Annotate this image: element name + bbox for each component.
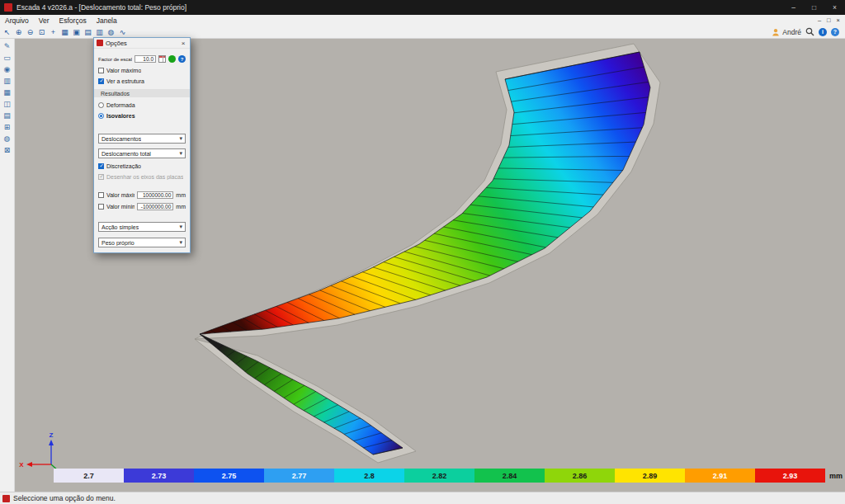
min-value-input[interactable]: -1000000.00: [137, 203, 173, 210]
copy-icon[interactable]: ▣: [71, 26, 82, 37]
render-icon[interactable]: ◍: [106, 26, 116, 37]
options-dialog: Opções × Factor de escala para os desloc…: [93, 37, 191, 253]
max-value-row: Valor máximo 1000000.00 mm: [98, 191, 186, 199]
dropdown-value: Peso próprio: [101, 240, 135, 246]
draw-icon[interactable]: ✎: [2, 40, 13, 51]
checkbox-show-structure[interactable]: Ver a estrutura: [98, 78, 186, 84]
color-scale-segment: 2.73: [124, 469, 194, 483]
menu-janela[interactable]: Janela: [92, 16, 122, 25]
color-scale-segment: 2.84: [474, 469, 545, 483]
user-chip[interactable]: André: [772, 28, 801, 36]
radio-isovalues[interactable]: Isovalores: [98, 112, 186, 119]
zoom-out-icon[interactable]: ⊖: [25, 26, 35, 37]
results-icon[interactable]: ◍: [2, 133, 13, 144]
layers-icon[interactable]: ▥: [94, 26, 105, 37]
color-scale-segment: 2.93: [755, 469, 825, 483]
dropdown-action-type[interactable]: Acção simples ▾: [98, 222, 186, 232]
dialog-app-icon: [97, 40, 103, 46]
close-button[interactable]: ×: [824, 0, 845, 15]
isovalue-surface-main: [200, 52, 650, 334]
grid-icon[interactable]: ▦: [2, 87, 13, 97]
scale-factor-row: Factor de escala para os deslocamentos 1…: [98, 55, 186, 63]
min-unit-label: mm: [176, 204, 186, 210]
color-scale-segment: 2.89: [615, 469, 685, 483]
checkbox-label: Ver a estrutura: [106, 78, 144, 84]
materials-icon[interactable]: ▤: [2, 110, 13, 120]
scale-factor-input[interactable]: 10.0: [135, 55, 156, 63]
checkbox-icon[interactable]: [98, 192, 104, 198]
radio-label: Deformada: [106, 102, 135, 108]
color-scale-segment: 2.82: [404, 469, 474, 483]
search-icon[interactable]: [805, 27, 814, 36]
mdi-close-button[interactable]: ×: [837, 16, 840, 24]
checkbox-checked-icon: [98, 78, 104, 84]
checkbox-label: Desenhar os eixos das placas: [106, 174, 183, 180]
checkbox-icon: [98, 68, 104, 73]
dialog-help-icon[interactable]: ?: [178, 55, 186, 63]
radio-label: Isovalores: [106, 113, 135, 119]
axis-z-label: Z: [50, 431, 54, 439]
left-toolbar: ✎▭◉▥▦◫▤⊞◍⊠: [0, 39, 15, 492]
section-icon[interactable]: ◫: [2, 98, 13, 109]
menu-esforços[interactable]: Esforços: [54, 16, 92, 25]
maximize-button[interactable]: □: [804, 0, 824, 15]
user-name: André: [782, 28, 801, 36]
max-unit-label: mm: [176, 192, 186, 198]
grid-icon[interactable]: ▦: [59, 26, 70, 37]
settings-icon[interactable]: ⊠: [2, 144, 13, 155]
checkbox-discretization[interactable]: Discretização: [98, 163, 186, 169]
min-value-row: Valor mínimo -1000000.00 mm: [98, 203, 186, 210]
apply-icon[interactable]: [168, 55, 176, 63]
dialog-title: Opções: [106, 40, 177, 47]
loads-icon[interactable]: ⊞: [2, 121, 13, 132]
dialog-body: Factor de escala para os deslocamentos 1…: [94, 49, 190, 252]
view-icon[interactable]: ◉: [2, 64, 13, 74]
axes-triad: Z X: [19, 431, 61, 473]
result-color-scale: 2.72.732.752.772.82.822.842.862.892.912.…: [54, 469, 843, 483]
pointer-icon[interactable]: ↖: [2, 26, 12, 37]
dropdown-result-component[interactable]: Deslocamento total ▾: [98, 148, 186, 158]
status-icon: [2, 495, 10, 502]
help-icon[interactable]: ?: [831, 28, 839, 36]
checkbox-label: Valor máximo: [106, 192, 135, 198]
chevron-down-icon: ▾: [179, 239, 182, 246]
mdi-restore-button[interactable]: □: [827, 16, 831, 24]
checkbox-label: Valor máximo: [106, 68, 141, 73]
radio-deformed[interactable]: Deformada: [98, 101, 186, 108]
zoom-window-icon[interactable]: ⊡: [36, 26, 47, 37]
dialog-titlebar[interactable]: Opções ×: [94, 38, 190, 49]
chevron-down-icon: ▾: [179, 135, 182, 142]
menubar: ArquivoVerEsforçosJanela – □ ×: [0, 15, 845, 26]
radio-selected-icon: [98, 113, 104, 119]
checkbox-icon[interactable]: [98, 204, 104, 210]
layers-icon[interactable]: ▥: [2, 75, 13, 86]
table-icon[interactable]: [158, 55, 166, 63]
group-header-results: Resultados: [94, 89, 190, 97]
radio-icon: [98, 102, 104, 108]
minimize-button[interactable]: –: [783, 0, 804, 15]
checkbox-display-max[interactable]: Valor máximo: [98, 67, 186, 73]
zoom-in-icon[interactable]: ⊕: [13, 26, 24, 37]
max-value-input[interactable]: 1000000.00: [137, 191, 173, 199]
window-controls: – □ ×: [783, 0, 845, 15]
nodes-icon[interactable]: ▭: [2, 52, 13, 63]
dropdown-load-case[interactable]: Peso próprio ▾: [98, 238, 186, 247]
toolbar-buttons: ↖⊕⊖⊡+▦▣▤▥◍∿: [2, 26, 129, 37]
menu-arquivo[interactable]: Arquivo: [0, 16, 34, 25]
pan-icon[interactable]: +: [48, 26, 59, 37]
chart-icon[interactable]: ∿: [117, 26, 128, 37]
dropdown-value: Acção simples: [101, 224, 139, 230]
user-icon: [772, 28, 780, 36]
chevron-down-icon: ▾: [179, 150, 182, 157]
window-title: Escada 4 v2026.a - [Deslocamento total: …: [17, 3, 783, 12]
color-scale-segment: 2.75: [194, 469, 264, 483]
mdi-minimize-button[interactable]: –: [818, 16, 821, 24]
dialog-close-icon[interactable]: ×: [179, 39, 187, 47]
checkbox-label: Valor mínimo: [106, 204, 135, 210]
print-icon[interactable]: ▤: [83, 26, 93, 37]
dropdown-result-type[interactable]: Deslocamentos ▾: [98, 134, 186, 144]
info-icon[interactable]: i: [819, 28, 827, 36]
menu-ver[interactable]: Ver: [34, 16, 54, 25]
color-scale-unit: mm: [829, 469, 843, 483]
mdi-window-controls: – □ ×: [818, 16, 845, 24]
